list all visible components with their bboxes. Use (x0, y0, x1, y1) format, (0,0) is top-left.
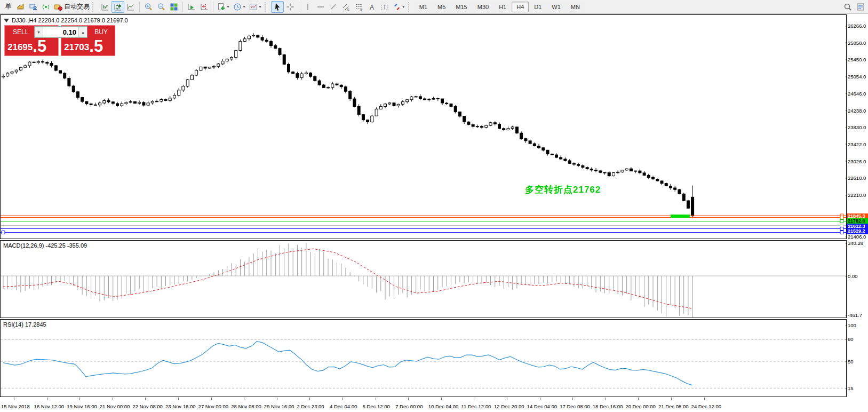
zoom-out-icon[interactable] (155, 1, 168, 13)
mt4-window: 单 自动交易 ▼ ▼ ▼ E F A T ▼ M1M (0, 0, 868, 412)
signal-icon[interactable] (39, 1, 52, 13)
equidistant-channel-tool-icon[interactable]: E (340, 1, 353, 13)
price-tick: 24238.0 (848, 107, 866, 113)
chart-shift-icon[interactable] (198, 1, 211, 13)
trendline-tool-icon[interactable] (327, 1, 340, 13)
volume-control: ▼ ▲ (34, 26, 87, 38)
price-tick: 25858.0 (848, 39, 866, 45)
price-tick: 25054.0 (848, 74, 866, 80)
time-axis[interactable]: 15 Nov 201816 Nov 12:0019 Nov 16:0021 No… (0, 397, 868, 412)
timeframe-h4[interactable]: H4 (512, 2, 529, 12)
text-label-tool-icon[interactable]: T (378, 1, 391, 13)
autotrade-icon (54, 3, 62, 11)
text-glyph: A (370, 3, 374, 11)
chart-title: DJ30-,H4 22204.0 22254.0 21679.0 21697.0 (4, 17, 128, 23)
timeframe-m15[interactable]: M15 (451, 2, 472, 12)
price-tick: 21406.0 (848, 234, 866, 240)
macd-label: MACD(12,26,9) -425.25 -355.09 (3, 242, 87, 249)
rsi-axis-tick: 80 (848, 336, 854, 342)
chart-list-icon[interactable] (854, 1, 867, 13)
price-axis[interactable]: 26266.025858.025450.025054.024646.024238… (848, 14, 868, 412)
one-click-trading-panel: SELL BUY ▼ ▲ 21695.5 21703.5 (4, 25, 116, 57)
timeframe-m30[interactable]: M30 (473, 2, 493, 12)
time-tick: 12 Dec 20:00 (494, 403, 524, 409)
rsi-axis-tick: 50 (848, 359, 854, 365)
toolbar-grip (265, 2, 269, 12)
dropdown-caret-icon: ▼ (258, 5, 262, 9)
toolbar-separator (139, 2, 140, 12)
cursor-icon[interactable] (271, 1, 284, 13)
time-tick: 4 Dec 04:00 (330, 403, 357, 409)
time-tick: 17 Dec 08:00 (560, 403, 590, 409)
price-chart-panel[interactable]: DJ30-,H4 22204.0 22254.0 21679.0 21697.0… (0, 14, 847, 239)
data-window-icon[interactable] (27, 1, 39, 13)
macd-axis-tick: 340.28 (848, 240, 863, 246)
label-glyph: T (383, 4, 386, 10)
time-tick: 2 Dec 23:00 (297, 403, 324, 409)
sell-price-main: 21695 (7, 41, 33, 54)
price-tick: 23026.0 (848, 158, 866, 164)
text-tool-icon[interactable]: A (365, 1, 378, 13)
new-chart-button[interactable]: ▼ (216, 1, 232, 13)
time-tick: 28 Nov 08:00 (231, 403, 261, 409)
time-tick: 19 Nov 16:00 (67, 403, 97, 409)
macd-chart[interactable] (1, 241, 846, 318)
sell-button[interactable]: SELL (10, 28, 31, 36)
template-button[interactable]: ▼ (248, 1, 264, 13)
horizontal-line-tool-icon[interactable] (314, 1, 327, 13)
time-tick: 5 Dec 12:00 (363, 403, 390, 409)
buy-price[interactable]: 21703.5 (64, 38, 103, 54)
time-tick: 15 Nov 2018 (1, 403, 30, 409)
arrows-tool-button[interactable]: ▼ (391, 1, 407, 13)
price-line-label: 21529.2 (847, 228, 868, 234)
timeframe-m1[interactable]: M1 (415, 2, 432, 12)
time-tick: 7 Dec 00:00 (395, 403, 423, 409)
dropdown-caret-icon: ▼ (402, 5, 405, 9)
auto-scroll-icon[interactable] (185, 1, 198, 13)
price-tick: 24646.0 (848, 90, 866, 96)
volume-input[interactable] (43, 27, 78, 37)
volume-increase-button[interactable]: ▲ (78, 27, 87, 37)
caret-up-icon: ▲ (81, 30, 85, 34)
new-chart-icon (217, 3, 226, 11)
price-tick: 26266.0 (848, 23, 866, 29)
macd-panel[interactable]: MACD(12,26,9) -425.25 -355.09 (0, 240, 847, 318)
buy-price-main: 21703 (64, 41, 89, 54)
period-button[interactable]: ▼ (232, 1, 248, 13)
vertical-line-tool-icon[interactable] (301, 1, 314, 13)
zoom-in-icon[interactable] (142, 1, 155, 13)
timeframe-m5[interactable]: M5 (433, 2, 450, 12)
line-chart-icon[interactable] (124, 1, 137, 13)
timeframe-mn[interactable]: MN (566, 2, 585, 12)
search-icon[interactable] (841, 1, 854, 13)
candlestick-chart[interactable] (1, 15, 846, 239)
rsi-panel[interactable]: RSI(14) 17.2845 (0, 319, 847, 397)
tile-windows-icon[interactable] (168, 1, 180, 13)
new-order-button[interactable]: 单 (1, 1, 14, 13)
market-watch-icon[interactable] (14, 1, 27, 13)
price-tick: 23422.0 (848, 141, 866, 147)
fibo-glyph: F (360, 8, 362, 11)
volume-decrease-button[interactable]: ▼ (35, 27, 43, 37)
time-tick: 16 Nov 12:00 (34, 403, 65, 409)
bar-chart-icon[interactable] (99, 1, 112, 13)
template-icon (249, 3, 258, 11)
crosshair-icon[interactable] (284, 1, 297, 13)
timeframe-h1[interactable]: H1 (494, 2, 511, 12)
timeframe-d1[interactable]: D1 (529, 2, 546, 12)
toolbar-separator (182, 2, 183, 12)
rsi-axis-tick: 15 (848, 385, 854, 391)
price-tick: 25450.0 (848, 57, 866, 62)
chart-annotation: 多空转折点21762 (525, 184, 601, 196)
autotrade-button[interactable]: 自动交易 (52, 1, 91, 13)
sell-price[interactable]: 21695.5 (7, 38, 46, 54)
timeframe-w1[interactable]: W1 (547, 2, 566, 12)
channel-glyph: E (347, 7, 349, 11)
candlestick-chart-icon[interactable] (112, 1, 124, 13)
one-click-collapse-icon[interactable] (4, 19, 9, 22)
fibonacci-tool-icon[interactable]: F (353, 1, 365, 13)
time-tick: 24 Dec 12:00 (691, 403, 722, 409)
buy-button[interactable]: BUY (91, 28, 111, 36)
toolbar-separator (299, 2, 299, 12)
rsi-chart[interactable] (1, 320, 846, 397)
